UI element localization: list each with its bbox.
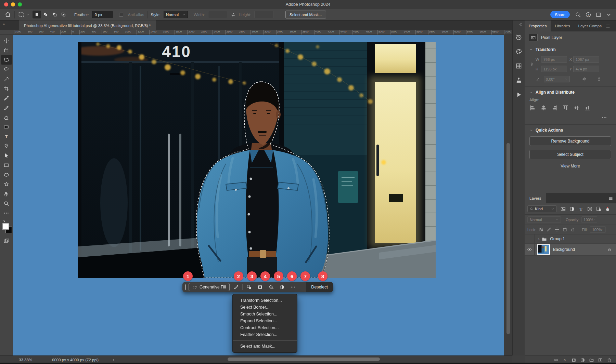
gradient-tool[interactable] (1, 122, 12, 132)
collapse-align-icon[interactable] (529, 91, 533, 94)
filter-smart-objects-icon[interactable] (596, 206, 602, 212)
flip-horizontal-icon[interactable] (581, 76, 587, 82)
intersect-selection-button[interactable] (59, 11, 68, 18)
lock-position-icon[interactable] (554, 227, 560, 232)
status-expand-icon[interactable] (112, 358, 115, 362)
new-adjustment-layer-icon[interactable] (580, 358, 585, 363)
select-and-mask-button[interactable]: Select and Mask... (285, 11, 326, 18)
zoom-level[interactable]: 33.33% (19, 358, 32, 362)
maximize-window-button[interactable] (18, 2, 22, 6)
artboard-tool[interactable] (1, 45, 12, 55)
panel-menu-icon[interactable] (605, 24, 611, 29)
custom-shape-tool[interactable] (1, 179, 12, 189)
menu-item[interactable]: Transform Selection... (233, 297, 297, 304)
rectangular-marquee-tool[interactable] (1, 55, 12, 65)
expand-group-icon[interactable]: › (538, 237, 539, 242)
more-options-button[interactable] (288, 283, 297, 291)
canvas-area[interactable]: 410 (13, 35, 504, 355)
zoom-tool[interactable] (1, 199, 12, 208)
menu-item[interactable]: Feather Selection... (233, 331, 297, 338)
align-right-icon[interactable] (551, 105, 558, 111)
share-button[interactable]: Share (550, 11, 570, 18)
vertical-scrollbar[interactable] (504, 35, 512, 355)
chevron-down-icon[interactable] (606, 12, 612, 18)
add-to-selection-button[interactable] (41, 11, 50, 18)
minimize-window-button[interactable] (11, 2, 15, 6)
panel-tab[interactable]: Libraries (551, 21, 574, 31)
filter-pixel-layers-icon[interactable] (560, 206, 566, 212)
menu-item[interactable]: Smooth Selection... (233, 311, 297, 318)
tab-overflow-icon[interactable]: » (3, 22, 5, 26)
antialias-checkbox[interactable] (119, 13, 123, 17)
move-tool[interactable] (1, 36, 12, 45)
create-adjustment-button[interactable] (277, 283, 286, 291)
layer-lock-icon[interactable] (607, 247, 612, 252)
subtract-from-selection-button[interactable] (50, 11, 59, 18)
filter-adjustment-layers-icon[interactable] (569, 206, 575, 212)
magic-wand-tool[interactable] (1, 74, 12, 84)
collapse-quick-actions-icon[interactable] (529, 129, 533, 132)
actions-panel-icon[interactable] (515, 91, 522, 98)
rectangle-tool[interactable] (1, 160, 12, 170)
crop-tool[interactable] (1, 84, 12, 93)
workspace-icon[interactable] (595, 12, 602, 18)
layers-tab[interactable]: Layers (525, 193, 546, 203)
clone-source-panel-icon[interactable] (515, 77, 522, 84)
taskbar-drag-handle[interactable] (185, 284, 186, 290)
layers-menu-icon[interactable] (608, 196, 613, 201)
lasso-tool[interactable] (1, 65, 12, 74)
history-panel-icon[interactable] (515, 34, 522, 41)
layer-row-background[interactable]: Background (525, 244, 616, 256)
generative-fill-button[interactable]: Generative Fill (189, 283, 230, 291)
align-center-h-icon[interactable] (540, 105, 547, 111)
foreground-color-swatch[interactable] (2, 223, 9, 230)
remove-background-button[interactable]: Remove Background (529, 136, 611, 146)
select-subject-button[interactable]: Select Subject (529, 150, 611, 159)
filter-type-layers-icon[interactable] (578, 206, 584, 212)
feather-input[interactable]: 0 px (92, 11, 113, 18)
layer-thumbnail[interactable] (537, 244, 550, 255)
invert-selection-button[interactable] (244, 283, 254, 291)
pen-tool[interactable] (1, 141, 12, 151)
eraser-tool[interactable] (1, 112, 12, 122)
expand-panels-icon[interactable] (518, 22, 523, 27)
type-tool[interactable] (1, 132, 12, 141)
close-window-button[interactable] (4, 2, 8, 6)
lock-all-icon[interactable] (570, 227, 575, 232)
help-icon[interactable] (585, 12, 591, 18)
edit-toolbar-button[interactable] (1, 208, 12, 218)
layer-style-icon[interactable] (562, 358, 567, 363)
align-middle-v-icon[interactable] (573, 105, 580, 111)
home-icon[interactable] (4, 11, 11, 18)
new-group-icon[interactable] (589, 358, 594, 363)
more-align-options-icon[interactable] (601, 114, 607, 120)
modify-selection-button[interactable] (231, 283, 241, 291)
flip-vertical-icon[interactable] (596, 76, 602, 82)
current-tool-preset[interactable] (18, 11, 29, 18)
patterns-panel-icon[interactable] (515, 63, 522, 69)
path-selection-tool[interactable] (1, 151, 12, 160)
search-icon[interactable] (575, 12, 581, 18)
align-left-icon[interactable] (529, 105, 536, 111)
filter-kind-select[interactable]: Kind (527, 205, 557, 212)
link-dimensions-icon[interactable] (529, 60, 534, 68)
ellipse-tool[interactable] (1, 170, 12, 179)
link-layers-icon[interactable] (553, 358, 559, 363)
document-tab[interactable]: Photoshop AI generative fill tutorial.ps… (19, 21, 156, 30)
brush-tool[interactable] (1, 103, 12, 112)
lock-artboard-icon[interactable] (562, 227, 567, 232)
screen-mode-icon[interactable] (3, 238, 10, 244)
deselect-button[interactable]: Deselect (306, 282, 333, 292)
style-select[interactable]: Normal (164, 11, 188, 18)
delete-layer-icon[interactable] (607, 358, 612, 363)
vertical-scrollbar-thumb[interactable] (506, 143, 510, 334)
align-top-icon[interactable] (562, 105, 569, 111)
fill-selection-button[interactable] (266, 283, 275, 291)
create-mask-button[interactable] (255, 283, 265, 291)
filter-shape-layers-icon[interactable] (587, 206, 593, 212)
swatches-panel-icon[interactable] (515, 48, 522, 55)
align-bottom-icon[interactable] (584, 105, 591, 111)
menu-item[interactable]: Contract Selection... (233, 324, 297, 331)
layer-row-group1[interactable]: › Group 1 (525, 234, 616, 244)
menu-item[interactable]: Select Border... (233, 304, 297, 311)
